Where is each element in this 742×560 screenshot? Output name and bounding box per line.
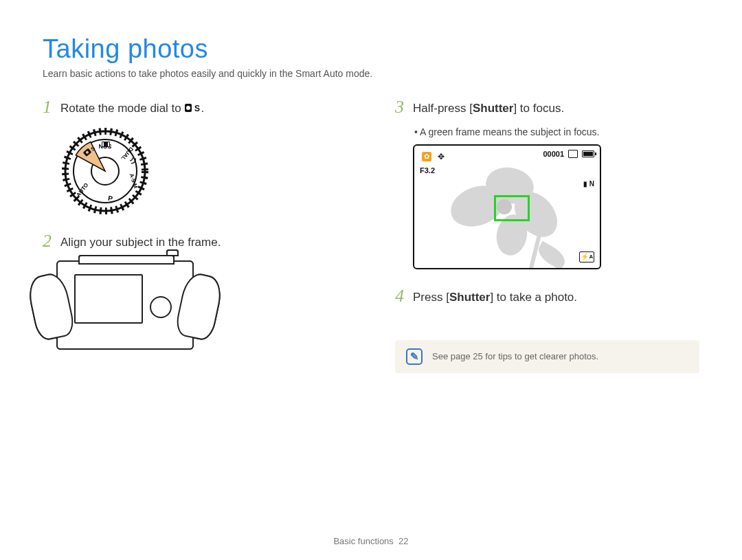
mode-dial-illustration: SCN DUAL A·S·M P AUTO S xyxy=(60,126,347,216)
page-subtitle: Learn basic actions to take photos easil… xyxy=(43,68,699,79)
text: Press [ xyxy=(413,291,449,304)
step-2: 2 Align your subject in the frame. xyxy=(43,232,347,251)
manual-page: Taking photos Learn basic actions to tak… xyxy=(0,0,742,560)
svg-point-1 xyxy=(186,106,190,110)
tip-callout: ✎ See page 25 for tips to get clearer ph… xyxy=(395,340,699,373)
text: . xyxy=(201,102,205,115)
step-text: Press [Shutter] to take a photo. xyxy=(413,287,577,306)
stabilization-icon: ✥ xyxy=(438,152,445,161)
step-text: Half-press [Shutter] to focus. xyxy=(413,98,564,117)
aperture-readout: F3.2 xyxy=(420,166,435,175)
left-column: 1 Rotate the mode dial to S. SCN xyxy=(43,98,347,373)
shutter-label: Shutter xyxy=(449,291,491,304)
text: ] to focus. xyxy=(513,102,564,115)
quality-indicator: ▮ N xyxy=(583,180,594,188)
page-title: Taking photos xyxy=(43,34,699,64)
step-number: 3 xyxy=(395,98,413,116)
step-3-bullet: A green frame means the subject in focus… xyxy=(414,126,699,137)
smart-auto-mode-icon: S xyxy=(185,102,201,113)
footer-page-number: 22 xyxy=(398,536,408,546)
right-column: 3 Half-press [Shutter] to focus. A green… xyxy=(395,98,699,373)
step-number: 2 xyxy=(43,232,60,250)
focus-frame-icon xyxy=(494,195,530,221)
page-footer: Basic functions 22 xyxy=(0,536,742,546)
camera-hold-illustration xyxy=(56,260,347,350)
sd-card-icon xyxy=(568,150,578,158)
svg-text:S: S xyxy=(194,104,200,113)
step-1: 1 Rotate the mode dial to S. xyxy=(43,98,347,117)
footer-section: Basic functions xyxy=(333,536,393,546)
text: Rotate the mode dial to xyxy=(60,102,185,115)
mode-dial-icon: SCN DUAL A·S·M P AUTO S xyxy=(60,126,150,216)
text: ] to take a photo. xyxy=(490,291,577,304)
two-column-layout: 1 Rotate the mode dial to S. SCN xyxy=(43,98,699,373)
text: Half-press [ xyxy=(413,102,473,115)
quality-letter: N xyxy=(589,180,594,188)
flash-mode-letter: A xyxy=(589,254,594,260)
shots-remaining: 00001 xyxy=(543,150,564,158)
step-3: 3 Half-press [Shutter] to focus. xyxy=(395,98,699,117)
svg-rect-11 xyxy=(102,142,104,146)
osd-top-left: ✥ xyxy=(420,150,445,164)
camera-icon xyxy=(56,260,194,350)
macro-mode-icon xyxy=(420,150,434,164)
svg-rect-12 xyxy=(108,142,109,146)
osd-top-right: 00001 xyxy=(543,150,594,158)
note-icon: ✎ xyxy=(406,348,423,365)
battery-icon xyxy=(582,150,594,157)
step-number: 1 xyxy=(43,98,60,116)
step-number: 4 xyxy=(395,287,413,305)
step-text: Rotate the mode dial to S. xyxy=(60,98,204,117)
shutter-label: Shutter xyxy=(473,102,514,115)
tip-text: See page 25 for tips to get clearer phot… xyxy=(432,351,598,361)
step-text: Align your subject in the frame. xyxy=(60,232,221,251)
flash-auto-icon: A xyxy=(579,251,594,262)
step-4: 4 Press [Shutter] to take a photo. xyxy=(395,287,699,306)
lcd-preview-illustration: ✥ F3.2 00001 ▮ N A xyxy=(413,144,601,269)
